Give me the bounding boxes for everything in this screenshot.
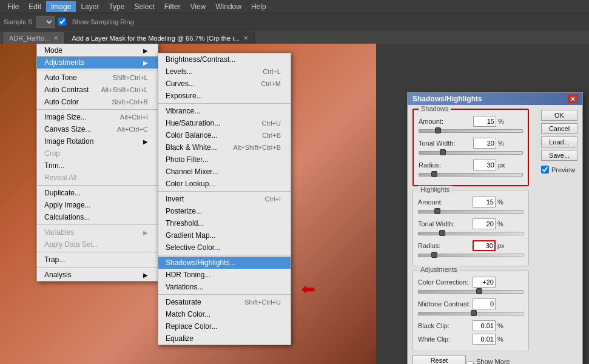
shadows-section: Shadows Amount: % Tonal Width: % xyxy=(412,109,529,186)
sampling-ring-checkbox[interactable] xyxy=(58,18,66,25)
tab-adr-close[interactable]: ✕ xyxy=(53,35,58,41)
toolbar-select[interactable] xyxy=(36,16,55,28)
ok-button[interactable]: OK xyxy=(541,110,577,121)
adj-brightness-contrast[interactable]: Brightness/Contrast... xyxy=(158,53,291,66)
adj-threshold[interactable]: Threshold... xyxy=(158,217,291,229)
menu-view[interactable]: View xyxy=(185,1,210,12)
midtone-contrast-row: Midtone Contrast: xyxy=(418,298,523,309)
shadows-amount-slider[interactable] xyxy=(419,129,523,133)
load-button[interactable]: Load... xyxy=(541,136,577,147)
adj-desaturate[interactable]: Desaturate Shift+Ctrl+U xyxy=(158,296,291,308)
shadows-radius-thumb[interactable] xyxy=(431,171,437,177)
midtone-contrast-input[interactable] xyxy=(473,298,496,309)
highlights-amount-slider[interactable] xyxy=(418,210,523,214)
menu-file[interactable]: File xyxy=(2,1,24,12)
white-clip-input[interactable] xyxy=(473,334,496,345)
highlights-tonal-slider-row xyxy=(418,232,523,235)
menu-select[interactable]: Select xyxy=(129,1,159,12)
adj-levels[interactable]: Levels... Ctrl+L xyxy=(158,66,291,78)
adj-color-lookup[interactable]: Color Lookup... xyxy=(158,178,291,190)
tab-adr[interactable]: ADR_Halfto... ✕ xyxy=(2,32,65,44)
menu-item-adjustments[interactable]: Adjustments ▶ xyxy=(37,56,158,69)
midtone-contrast-thumb[interactable] xyxy=(471,310,477,316)
highlights-radius-thumb[interactable] xyxy=(431,252,437,258)
adj-channel-mixer[interactable]: Channel Mixer... xyxy=(158,166,291,178)
shadows-amount-thumb[interactable] xyxy=(435,127,441,133)
menu-item-apply-image[interactable]: Apply Image... xyxy=(37,199,158,211)
dialog-close-button[interactable]: ✕ xyxy=(568,95,577,103)
highlights-radius-input[interactable] xyxy=(473,240,496,251)
tab-layer-mask-close[interactable]: ✕ xyxy=(243,35,248,41)
adj-shadows-highlights[interactable]: Shadows/Highlights... xyxy=(158,257,291,269)
rotation-arrow: ▶ xyxy=(143,138,148,145)
highlights-section-title: Highlights xyxy=(418,186,452,193)
menu-edit[interactable]: Edit xyxy=(24,1,46,12)
adj-curves[interactable]: Curves... Ctrl+M xyxy=(158,78,291,90)
menu-item-mode[interactable]: Mode ▶ xyxy=(37,44,158,56)
cancel-button[interactable]: Cancel xyxy=(541,123,577,134)
preview-checkbox[interactable] xyxy=(541,166,549,174)
highlights-tonal-input[interactable] xyxy=(473,218,496,229)
tab-layer-mask[interactable]: Add a Layer Mask for the Modeling @ 66.7… xyxy=(65,32,255,44)
menu-type[interactable]: Type xyxy=(104,1,129,12)
highlights-amount-unit: % xyxy=(497,198,507,206)
adj-color-balance[interactable]: Color Balance... Ctrl+B xyxy=(158,129,291,141)
adj-black-white[interactable]: Black & White... Alt+Shift+Ctrl+B xyxy=(158,141,291,153)
highlights-amount-thumb[interactable] xyxy=(434,208,440,214)
shadows-amount-input[interactable] xyxy=(473,116,496,127)
menu-filter[interactable]: Filter xyxy=(160,1,186,12)
tab-layer-mask-label: Add a Layer Mask for the Modeling @ 66.7… xyxy=(72,35,240,42)
shadows-tonal-thumb[interactable] xyxy=(440,149,446,155)
main-area: Mode ▶ Adjustments ▶ Auto Tone Shift+Ctr… xyxy=(0,44,589,364)
adj-posterize[interactable]: Posterize... xyxy=(158,205,291,217)
show-more-checkbox[interactable] xyxy=(466,362,474,365)
menu-item-analysis[interactable]: Analysis ▶ xyxy=(37,269,158,281)
highlights-amount-slider-row xyxy=(418,210,523,214)
shadows-tonal-input[interactable] xyxy=(473,138,496,149)
adj-exposure[interactable]: Exposure... xyxy=(158,90,291,102)
color-correction-thumb[interactable] xyxy=(476,288,482,294)
highlights-radius-slider-row xyxy=(418,254,523,257)
menu-item-trim[interactable]: Trim... xyxy=(37,160,158,172)
adj-photo-filter[interactable]: Photo Filter... xyxy=(158,153,291,166)
menu-item-calculations[interactable]: Calculations... xyxy=(37,211,158,223)
shadows-radius-slider[interactable] xyxy=(419,173,523,177)
adj-variations[interactable]: Variations... xyxy=(158,281,291,293)
menu-layer[interactable]: Layer xyxy=(76,1,104,12)
shadows-radius-input[interactable] xyxy=(473,160,496,170)
adj-equalize[interactable]: Equalize xyxy=(158,332,291,345)
dialog-title: Shadows/Highlights xyxy=(412,95,482,103)
shadows-tonal-slider[interactable] xyxy=(419,151,523,155)
menu-item-duplicate[interactable]: Duplicate... xyxy=(37,187,158,199)
adj-replace-color[interactable]: Replace Color... xyxy=(158,320,291,332)
highlights-radius-slider[interactable] xyxy=(418,254,523,257)
highlights-amount-input[interactable] xyxy=(473,197,496,207)
menu-item-auto-contrast[interactable]: Auto Contrast Alt+Shift+Ctrl+L xyxy=(37,84,158,96)
adj-invert[interactable]: Invert Ctrl+I xyxy=(158,193,291,205)
adj-hdr-toning[interactable]: HDR Toning... xyxy=(158,269,291,281)
adj-hue-saturation[interactable]: Hue/Saturation... Ctrl+U xyxy=(158,117,291,129)
save-button[interactable]: Save... xyxy=(541,150,577,161)
midtone-contrast-slider[interactable] xyxy=(418,312,523,315)
menu-item-image-size[interactable]: Image Size... Alt+Ctrl+I xyxy=(37,111,158,123)
menu-item-image-rotation[interactable]: Image Rotation ▶ xyxy=(37,135,158,147)
highlights-tonal-thumb[interactable] xyxy=(439,230,445,236)
menu-item-canvas-size[interactable]: Canvas Size... Alt+Ctrl+C xyxy=(37,123,158,135)
highlights-tonal-slider[interactable] xyxy=(418,232,523,235)
dialog-button-column: OK Cancel Load... Save... Preview xyxy=(541,110,577,174)
menu-item-auto-color[interactable]: Auto Color Shift+Ctrl+B xyxy=(37,96,158,108)
adj-gradient-map[interactable]: Gradient Map... xyxy=(158,229,291,241)
reset-defaults-button[interactable]: Reset Defaults xyxy=(412,355,466,364)
black-clip-input[interactable] xyxy=(473,320,496,331)
menu-item-trap[interactable]: Trap... xyxy=(37,254,158,266)
adj-match-color[interactable]: Match Color... xyxy=(158,308,291,320)
menu-image[interactable]: Image xyxy=(46,1,76,12)
menu-item-auto-tone[interactable]: Auto Tone Shift+Ctrl+L xyxy=(37,72,158,84)
adj-selective-color[interactable]: Selective Color... xyxy=(158,241,291,254)
color-correction-input[interactable] xyxy=(473,277,496,288)
menu-window[interactable]: Window xyxy=(210,1,246,12)
menu-help[interactable]: Help xyxy=(246,1,271,12)
color-correction-slider[interactable] xyxy=(418,290,523,294)
adj-vibrance[interactable]: Vibrance... xyxy=(158,105,291,117)
image-menu: Mode ▶ Adjustments ▶ Auto Tone Shift+Ctr… xyxy=(36,44,158,281)
